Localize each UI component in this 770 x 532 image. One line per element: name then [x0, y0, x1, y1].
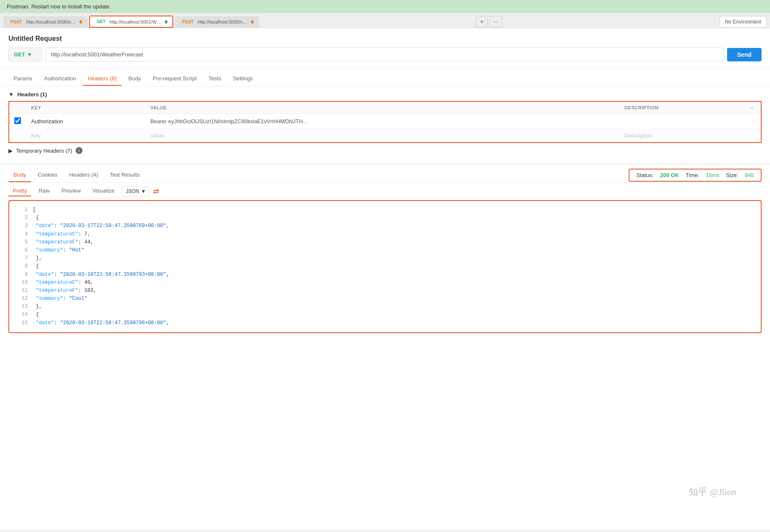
line-content: { — [33, 215, 39, 221]
response-tab-body[interactable]: Body — [8, 168, 31, 182]
json-line: 14 { — [18, 311, 752, 319]
tab-get-active[interactable]: GET http://localhost:5001/WeatherF... — [89, 16, 173, 28]
tab-dot-2 — [251, 20, 254, 24]
tab-method-post-1: POST — [9, 19, 24, 25]
method-label: GET — [14, 51, 25, 58]
line-number: 6 — [18, 246, 28, 254]
tab-dot-active — [165, 20, 167, 24]
header-checkbox-cell — [9, 114, 26, 129]
line-content: "date": "2020-03-17T22:58:47.3590769+08:… — [33, 223, 169, 229]
tab-url-2: http://localhost:5000/connect/... — [198, 19, 248, 24]
format-type-label: JSON — [126, 188, 139, 194]
wrap-icon[interactable]: ⇌ — [153, 187, 159, 196]
json-line: 3 "date": "2020-03-17T22:58:47.3590769+0… — [18, 222, 752, 230]
json-line: 5 "temperatureF": 44, — [18, 238, 752, 246]
table-row: Authorization Bearer eyJhbGciOiJSUzI1NiI… — [9, 114, 761, 129]
app-container: POST http://localhost:5000/connect/... G… — [0, 13, 770, 530]
line-content: "temperatureC": 40, — [33, 280, 93, 286]
line-number: 4 — [18, 230, 28, 238]
format-tab-raw[interactable]: Raw — [34, 186, 54, 196]
line-content: [ — [33, 207, 36, 213]
tab-headers-label: Headers — [88, 75, 110, 82]
no-environment-button[interactable]: No Environment — [720, 16, 767, 28]
method-select[interactable]: GET ▼ — [8, 48, 42, 61]
response-tab-headers[interactable]: Headers (4) — [64, 168, 103, 182]
line-number: 5 — [18, 238, 28, 246]
response-tab-tests[interactable]: Test Results — [105, 168, 145, 182]
response-tab-cookies[interactable]: Cookies — [33, 168, 63, 182]
send-button[interactable]: Send — [727, 48, 762, 61]
tab-url-1: http://localhost:5000/connect/... — [26, 19, 77, 24]
line-content: { — [33, 263, 39, 269]
headers-col-description: DESCRIPTION — [619, 101, 744, 114]
temporary-arrow-icon: ▶ — [8, 148, 13, 154]
status-value: 200 OK — [660, 172, 679, 178]
tab-post-1[interactable]: POST http://localhost:5000/connect/... — [3, 16, 87, 27]
tab-params[interactable]: Params — [8, 72, 37, 86]
json-line: 11 "temperatureF": 103, — [18, 287, 752, 295]
add-tab-button[interactable]: + — [476, 16, 487, 28]
line-content: "temperatureF": 103, — [33, 288, 96, 294]
tab-actions: + ··· — [476, 16, 503, 28]
json-line: 13 }, — [18, 303, 752, 311]
size-label: Size: — [726, 172, 738, 178]
line-content: }, — [33, 255, 42, 261]
tab-headers-badge: (8) — [110, 75, 116, 82]
response-tabs-bar: Body Cookies Headers (4) Test Results St… — [0, 165, 770, 183]
info-icon: i — [76, 147, 82, 154]
line-number: 15 — [18, 319, 28, 327]
line-number: 2 — [18, 214, 28, 222]
format-tab-pretty[interactable]: Pretty — [8, 186, 31, 196]
temporary-headers-toggle[interactable]: ▶ Temporary Headers (7) i — [8, 143, 762, 158]
header-actions-col: ··· — [744, 114, 761, 129]
tab-body[interactable]: Body — [123, 72, 146, 86]
tab-settings[interactable]: Settings — [228, 72, 258, 86]
headers-col-checkbox — [9, 101, 26, 114]
format-tab-preview[interactable]: Preview — [57, 186, 85, 196]
json-line: 9 "date": "2020-03-18T22:58:47.3590793+0… — [18, 271, 752, 279]
tab-authorization[interactable]: Authorization — [39, 72, 81, 86]
header-checkbox[interactable] — [14, 117, 21, 124]
time-label: Time: — [686, 172, 699, 178]
url-input[interactable] — [45, 48, 724, 61]
size-value: 645 — [745, 172, 754, 178]
response-tab-headers-label: Headers (4) — [69, 172, 98, 178]
empty-value-cell[interactable]: Value — [145, 129, 619, 143]
format-type-select[interactable]: JSON ▼ — [122, 186, 150, 196]
json-line: 7 }, — [18, 254, 752, 262]
line-number: 3 — [18, 222, 28, 230]
line-content: "summary": "Cool" — [33, 296, 87, 302]
response-tab-body-label: Body — [13, 172, 26, 178]
headers-section: ▼ Headers (1) KEY VALUE DESCRIPTION ··· — [0, 86, 770, 163]
line-content: "date": "2020-03-19T22:58:47.3590796+08:… — [33, 320, 169, 326]
json-line: 2 { — [18, 214, 752, 222]
empty-checkbox-cell — [9, 129, 26, 143]
table-row-empty: Key Value Description — [9, 129, 761, 143]
line-number: 8 — [18, 262, 28, 270]
headers-col-key: KEY — [26, 101, 145, 114]
header-key-cell[interactable]: Authorization — [26, 114, 145, 129]
tab-headers[interactable]: Headers (8) — [83, 72, 122, 86]
tab-dot-1 — [79, 20, 82, 24]
tab-tests[interactable]: Tests — [204, 72, 226, 86]
status-label: Status: — [636, 172, 653, 178]
line-number: 1 — [18, 206, 28, 214]
header-value-text: Bearer eyJhbGciOiJSUzI1NiIsImtpZCI6Ikxia… — [150, 118, 307, 124]
headers-arrow-icon: ▼ — [8, 91, 14, 98]
empty-description-cell[interactable]: Description — [619, 129, 744, 143]
update-banner: Postman. Restart now to install the upda… — [0, 0, 770, 13]
line-content: "date": "2020-03-18T22:58:47.3590793+08:… — [33, 272, 169, 278]
response-format-bar: Pretty Raw Preview Visualize JSON ▼ ⇌ — [0, 183, 770, 200]
empty-key-cell[interactable]: Key — [26, 129, 145, 143]
response-tab-tests-label: Test Results — [110, 172, 140, 178]
more-tabs-button[interactable]: ··· — [489, 16, 502, 28]
header-description-cell[interactable] — [619, 114, 744, 129]
json-line: 8 { — [18, 262, 752, 270]
line-number: 7 — [18, 254, 28, 262]
tab-pre-request[interactable]: Pre-request Script — [148, 72, 202, 86]
json-line: 1[ — [18, 206, 752, 214]
headers-section-header[interactable]: ▼ Headers (1) — [8, 91, 762, 98]
format-tab-visualize[interactable]: Visualize — [88, 186, 119, 196]
header-value-cell[interactable]: Bearer eyJhbGciOiJSUzI1NiIsImtpZCI6Ikxia… — [145, 114, 619, 129]
tab-post-2[interactable]: POST http://localhost:5000/connect/... — [175, 16, 259, 27]
